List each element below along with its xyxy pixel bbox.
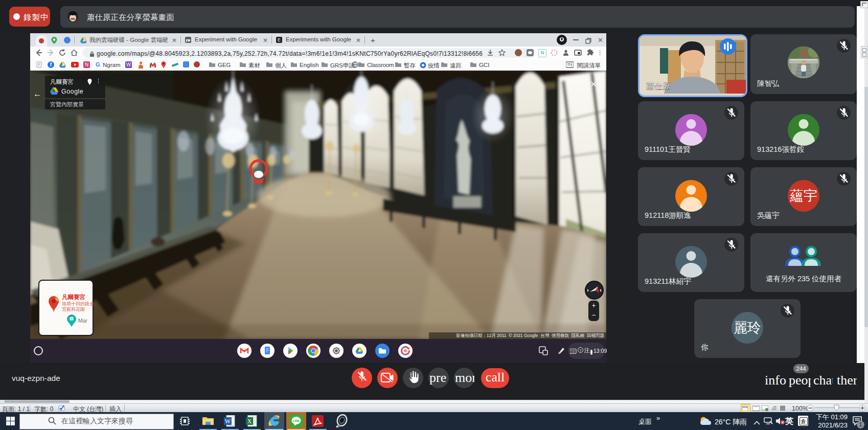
svg-text:LINE: LINE [293, 419, 300, 422]
svg-text:X: X [247, 418, 252, 425]
svg-text:W: W [225, 418, 231, 425]
